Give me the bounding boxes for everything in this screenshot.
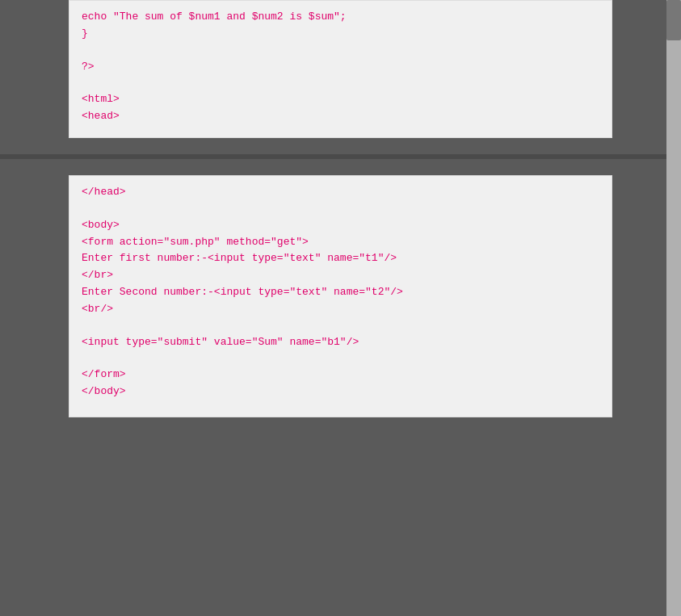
page-wrapper: echo "The sum of $num1 and $num2 is $sum… — [0, 0, 681, 616]
code-line: </head> — [82, 184, 599, 201]
code-line-empty — [82, 350, 599, 367]
code-line: echo "The sum of $num1 and $num2 is $sum… — [82, 9, 599, 26]
code-line: Enter Second number:-<input type="text" … — [82, 284, 599, 301]
code-line: ?> — [82, 59, 599, 76]
scrollbar-track[interactable] — [666, 0, 681, 616]
section-bottom: </head> <body> <form action="sum.php" me… — [0, 159, 681, 434]
code-line-empty — [82, 43, 599, 59]
code-line: Enter first number:-<input type="text" n… — [82, 250, 599, 267]
code-line-empty — [82, 318, 599, 334]
scrollbar-thumb[interactable] — [666, 0, 681, 40]
code-line-empty — [82, 201, 599, 217]
code-line: </br> — [82, 267, 599, 284]
code-line: <input type="submit" value="Sum" name="b… — [82, 334, 599, 351]
code-line: } — [82, 26, 599, 43]
code-line: </body> — [82, 383, 599, 400]
section-top: echo "The sum of $num1 and $num2 is $sum… — [0, 0, 681, 154]
code-line: <br/> — [82, 301, 599, 318]
code-line: <body> — [82, 217, 599, 234]
code-line-empty — [82, 75, 599, 91]
code-line: <form action="sum.php" method="get"> — [82, 234, 599, 251]
code-line: <html> — [82, 91, 599, 108]
code-block-bottom: </head> <body> <form action="sum.php" me… — [69, 175, 612, 417]
code-block-top: echo "The sum of $num1 and $num2 is $sum… — [69, 0, 612, 138]
code-line: </form> — [82, 367, 599, 383]
code-line: <head> — [82, 108, 599, 125]
